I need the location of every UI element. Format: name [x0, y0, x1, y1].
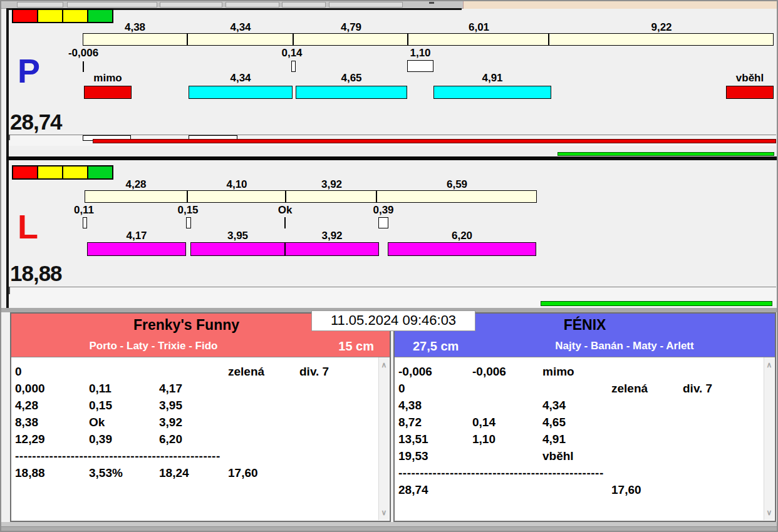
- l-changeover-box: [186, 217, 191, 228]
- l-segment-time: 3,92: [286, 178, 377, 191]
- table-cell: 8,38: [15, 416, 89, 429]
- table-cell: 1,10: [472, 432, 542, 446]
- table-cell: 0,14: [472, 416, 542, 429]
- table-cell: zelená: [228, 365, 299, 379]
- l-segment: [85, 191, 188, 202]
- team-panel-left: Frenky's Funny Porto - Laty - Trixie - F…: [10, 312, 391, 522]
- results-separator: ----------------------------------------…: [15, 448, 390, 464]
- toolbar-segment: [160, 2, 222, 8]
- l-dog-bar: [285, 242, 379, 256]
- team-right-total-row: 28,7417,60: [398, 481, 775, 498]
- p-changeover-box: [407, 60, 433, 72]
- bottom-strip-dark: [1, 526, 778, 532]
- table-cell: 3,95: [159, 399, 228, 412]
- table-cell: 13,51: [398, 432, 472, 446]
- table-cell: 0,000: [15, 382, 89, 396]
- l-changeover-time: 0,15: [169, 204, 207, 217]
- p-segment: [83, 34, 188, 45]
- datetime-display: 11.05.2024 09:46:03: [311, 310, 475, 331]
- p-dog-bar: [189, 86, 293, 99]
- p-dog-time: 4,65: [296, 72, 407, 84]
- scroll-down-icon[interactable]: ∨: [764, 509, 774, 516]
- table-cell: 12,29: [15, 432, 89, 446]
- left-table-scrollbar[interactable]: ∧ ∨: [378, 357, 389, 520]
- p-elapsed-bar: [93, 139, 776, 143]
- table-row: 0zelenádiv. 7: [398, 380, 775, 397]
- l-segment-time: 4,28: [85, 178, 187, 191]
- p-changeover-time: 1,10: [402, 47, 439, 59]
- table-row: 8,720,144,65: [398, 414, 775, 431]
- table-cell: 4,91: [542, 432, 611, 446]
- table-cell: 4,17: [159, 382, 228, 396]
- team-right-results: -0,006-0,006mimo0zelenádiv. 74,384,348,7…: [395, 357, 775, 521]
- l-dog-time: 3,95: [190, 230, 285, 242]
- table-cell: 4,28: [15, 399, 89, 412]
- l-segment-time: 6,59: [377, 178, 537, 191]
- scroll-down-icon[interactable]: ∨: [379, 509, 389, 516]
- table-cell: div. 7: [299, 365, 390, 379]
- p-segment-time: 4,79: [294, 21, 408, 34]
- p-dog-time: 4,34: [189, 72, 293, 84]
- lane-p-letter: P: [18, 54, 40, 88]
- p-segment-bar: [83, 33, 774, 46]
- table-row: 12,290,396,20: [15, 431, 390, 448]
- team-left-dogs: Porto - Laty - Trixie - Fido: [11, 340, 296, 352]
- right-table-scrollbar[interactable]: ∧ ∨: [764, 357, 774, 520]
- table-row: 0,0000,114,17: [15, 380, 390, 397]
- lane-l-status-lights: [12, 165, 113, 180]
- table-row: 18,883,53%18,2417,60: [15, 464, 390, 481]
- l-dog-time: 3,92: [285, 230, 379, 242]
- table-cell: 19,53: [398, 449, 472, 463]
- p-dog-time: vběhl: [726, 72, 774, 84]
- scroll-up-icon[interactable]: ∧: [764, 361, 774, 369]
- p-segment: [549, 34, 773, 45]
- toolbar-segment: [282, 2, 326, 8]
- p-changeover-tick: [83, 61, 84, 72]
- lane-divider: [6, 156, 778, 160]
- l-segment: [377, 191, 536, 202]
- scroll-up-icon[interactable]: ∧: [379, 361, 389, 369]
- table-cell: 6,20: [159, 432, 228, 446]
- l-segment: [188, 191, 287, 202]
- table-cell: 0,11: [89, 382, 159, 396]
- table-row: 28,7417,60: [398, 481, 775, 498]
- p-segment: [408, 34, 549, 45]
- status-light-red: [12, 165, 38, 180]
- table-cell: 17,60: [611, 483, 683, 497]
- table-cell: 4,38: [398, 399, 472, 412]
- table-cell: 0,39: [89, 432, 159, 446]
- l-green-bar: [541, 301, 772, 306]
- table-cell: -0,006: [472, 365, 542, 379]
- team-left-height: 15 cm: [338, 339, 374, 354]
- l-changeover-time: Ok: [266, 204, 304, 217]
- table-row: 0zelenádiv. 7: [15, 363, 390, 380]
- team-panel-right: FÉNIX Najty - Banán - Maty - Arlett 27,5…: [393, 312, 776, 522]
- l-changeover-tick: [284, 217, 286, 228]
- table-row: 19,53vběhl: [398, 448, 775, 464]
- team-right-rows: -0,006-0,006mimo0zelenádiv. 74,384,348,7…: [398, 363, 775, 464]
- p-dog-bar-fault: [84, 86, 132, 99]
- team-right-dogs: Najty - Banán - Maty - Arlett: [479, 340, 770, 352]
- l-dog-bar: [87, 242, 186, 256]
- p-dog-bar: [433, 86, 551, 99]
- team-left-results: 0zelenádiv. 70,0000,114,174,280,153,958,…: [11, 357, 390, 521]
- table-cell: Ok: [89, 416, 159, 429]
- p-dog-time: mimo: [84, 72, 132, 84]
- p-segment: [294, 34, 408, 45]
- l-segment-bar: [85, 190, 537, 203]
- table-cell: 0: [398, 382, 472, 396]
- table-cell: 3,53%: [89, 466, 159, 480]
- l-segment-time: 4,10: [187, 178, 286, 191]
- l-dog-bar: [190, 242, 285, 256]
- timing-app-window: 4,38 4,34 4,79 6,01 9,22 -0,006 0,14 1,1…: [0, 0, 778, 532]
- toolbar-segment: [329, 2, 403, 8]
- p-changeover-time: 0,14: [273, 47, 311, 59]
- top-right-strip: [463, 1, 778, 9]
- l-dog-time: 4,17: [87, 230, 186, 242]
- bottom-strip-light: [1, 522, 778, 526]
- p-segment: [188, 34, 294, 45]
- l-total-time: 18,88: [10, 261, 62, 286]
- table-row: 4,280,153,95: [15, 397, 390, 414]
- table-cell: 8,72: [398, 416, 472, 429]
- l-strip-tick: [9, 287, 10, 294]
